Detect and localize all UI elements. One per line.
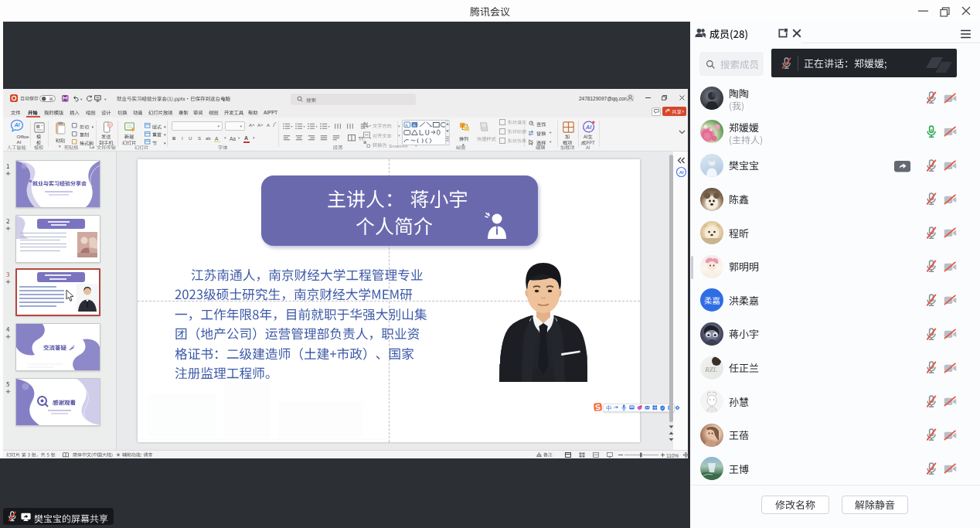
svg-text:A: A [405,123,408,128]
svg-text:AI: AI [679,170,684,175]
svg-text:AI: AI [13,122,20,128]
svg-text:A: A [413,123,416,128]
svg-text:AI: AI [585,124,592,131]
svg-text:RZL: RZL [704,366,717,373]
